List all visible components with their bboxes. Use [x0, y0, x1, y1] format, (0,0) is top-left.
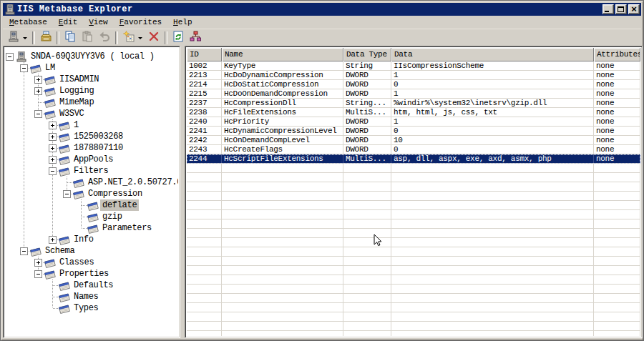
table-row[interactable]: 2244HcScriptFileExtensionsMultiS...asp, …	[187, 154, 640, 164]
tree-node-label[interactable]: Schema	[43, 245, 77, 257]
tree-collapse-toggle[interactable]	[20, 64, 28, 72]
table-row[interactable]: 2237HcCompressionDllString...%windir%\sy…	[187, 99, 640, 108]
tree-node-iisadmin[interactable]: IISADMIN	[5, 74, 178, 85]
tree-node-label[interactable]: deflate	[100, 199, 139, 211]
tree-node-label[interactable]: 1878807110	[72, 142, 125, 154]
tree-node-parameters[interactable]: Parameters	[5, 222, 178, 234]
close-button[interactable]	[628, 4, 640, 14]
tree-node-apppools[interactable]: AppPools	[5, 154, 178, 165]
table-row[interactable]: 2240HcPriorityDWORD1none	[187, 117, 640, 127]
tree-node-label[interactable]: SNDA-69Q3UYY3V6 ( local )	[29, 51, 157, 62]
tree-expand-toggle[interactable]	[34, 259, 42, 267]
menu-item-view[interactable]: View	[83, 17, 113, 27]
tree-node-snda-69q3uyy3v6-local[interactable]: SNDA-69Q3UYY3V6 ( local )	[5, 51, 178, 62]
tree-node-label[interactable]: IISADMIN	[57, 74, 101, 85]
tree-node-names[interactable]: Names	[5, 291, 178, 302]
column-header-id[interactable]: ID	[187, 48, 222, 61]
column-header-data-type[interactable]: Data Type	[343, 48, 391, 61]
tree-node-mimemap[interactable]: MimeMap	[5, 97, 178, 108]
tree-node-label[interactable]: MimeMap	[57, 97, 96, 108]
minimize-button[interactable]	[602, 4, 614, 14]
menu-item-help[interactable]: Help	[167, 17, 197, 27]
connect-server-button[interactable]	[5, 30, 22, 46]
tree-collapse-toggle[interactable]	[20, 247, 28, 255]
tree-expand-toggle[interactable]	[49, 144, 57, 152]
table-row[interactable]: 1002KeyTypeStringIIsCompressionSchemenon…	[187, 61, 640, 71]
tree-collapse-toggle[interactable]	[6, 53, 14, 61]
tree-node-defaults[interactable]: Defaults	[5, 280, 178, 291]
tree-node-label[interactable]: gzip	[100, 211, 125, 222]
tree-node-properties[interactable]: Properties	[5, 268, 178, 280]
table-cell: HcCreateFlags	[222, 145, 343, 154]
column-header-attributes[interactable]: Attributes	[594, 48, 640, 61]
tree-expand-toggle[interactable]	[49, 133, 57, 141]
tree-node-label[interactable]: Defaults	[72, 280, 115, 291]
empty-cell	[343, 192, 391, 200]
dropdown-arrow-icon[interactable]	[138, 37, 142, 39]
tree-node-info[interactable]: Info	[5, 234, 178, 245]
table-cell: 2240	[187, 117, 222, 126]
tree-node-label[interactable]: Compression	[86, 188, 145, 199]
tree-node-filters[interactable]: Filters	[5, 165, 178, 177]
tree-node-1878807110[interactable]: 1878807110	[5, 142, 178, 154]
table-row[interactable]: 2238HcFileExtensionsMultiS...htm, html, …	[187, 108, 640, 117]
tree-node-label[interactable]: 1525003268	[72, 131, 125, 142]
tree-node-label[interactable]: ASP.NET_2.0.50727.0	[86, 177, 178, 188]
tree-node-label[interactable]: AppPools	[72, 154, 115, 165]
tree-node-deflate[interactable]: deflate	[5, 199, 178, 211]
menu-item-favorites[interactable]: Favorites	[114, 17, 167, 27]
tree-node-lm[interactable]: LM	[5, 62, 178, 74]
tree-node-w3svc[interactable]: W3SVC	[5, 108, 178, 119]
tree-node-1[interactable]: 1	[5, 119, 178, 131]
tree-node-1525003268[interactable]: 1525003268	[5, 131, 178, 142]
table-row[interactable]: 2242HcOnDemandCompLevelDWORD10none	[187, 136, 640, 145]
table-row[interactable]: 2214HcDoStaticCompressionDWORD0none	[187, 80, 640, 89]
maximize-button[interactable]	[615, 4, 627, 14]
copy-button[interactable]	[62, 30, 79, 46]
tree-expand-toggle[interactable]	[49, 236, 57, 244]
tree-node-label[interactable]: Info	[72, 234, 96, 245]
table-cell: none	[594, 89, 640, 98]
tree-node-label[interactable]: W3SVC	[57, 108, 87, 119]
tree-collapse-toggle[interactable]	[34, 110, 42, 118]
view-hierarchy-button[interactable]	[187, 30, 204, 46]
title-bar[interactable]: IIS Metabase Explorer	[3, 3, 641, 16]
tree-node-label[interactable]: LM	[43, 62, 57, 74]
dropdown-arrow-icon[interactable]	[23, 37, 27, 39]
table-cell: DWORD	[343, 71, 391, 79]
menu-item-metabase[interactable]: Metabase	[4, 17, 53, 27]
tree-node-schema[interactable]: Schema	[5, 245, 178, 257]
new-record-button[interactable]	[120, 30, 137, 46]
tree-node-label[interactable]: Types	[72, 302, 101, 314]
tree-node-asp-net-2-0-50727-0[interactable]: ASP.NET_2.0.50727.0	[5, 177, 178, 188]
tree-collapse-toggle[interactable]	[63, 190, 71, 198]
tree-expand-toggle[interactable]	[34, 76, 42, 84]
tree-collapse-toggle[interactable]	[34, 270, 42, 278]
tree-node-label[interactable]: Names	[72, 291, 101, 302]
tree-node-types[interactable]: Types	[5, 302, 178, 314]
tree-node-compression[interactable]: Compression	[5, 188, 178, 199]
delete-button[interactable]	[145, 30, 162, 46]
tree-node-label[interactable]: Properties	[57, 268, 111, 280]
column-header-name[interactable]: Name	[222, 48, 343, 61]
table-row[interactable]: 2213HcDoDynamicCompressionDWORD1none	[187, 71, 640, 80]
tree-node-classes[interactable]: Classes	[5, 257, 178, 268]
menu-item-edit[interactable]: Edit	[53, 17, 83, 27]
tree-node-label[interactable]: Classes	[57, 257, 96, 268]
tree-expand-toggle[interactable]	[49, 156, 57, 164]
table-row[interactable]: 2241HcDynamicCompressionLevelDWORD0none	[187, 127, 640, 136]
column-header-data[interactable]: Data	[391, 48, 594, 61]
table-row[interactable]: 2243HcCreateFlagsDWORD0none	[187, 145, 640, 154]
tree-collapse-toggle[interactable]	[49, 167, 57, 175]
print-export-button[interactable]	[37, 30, 54, 46]
tree-node-label[interactable]: Filters	[72, 165, 110, 177]
tree-node-label[interactable]: Logging	[57, 85, 96, 97]
tree-expand-toggle[interactable]	[34, 87, 42, 95]
tree-node-label[interactable]: 1	[72, 119, 81, 131]
tree-node-label[interactable]: Parameters	[100, 222, 154, 234]
tree-expand-toggle[interactable]	[49, 122, 57, 129]
refresh-button[interactable]	[170, 30, 187, 46]
tree-node-gzip[interactable]: gzip	[5, 211, 178, 222]
tree-node-logging[interactable]: Logging	[5, 85, 178, 97]
table-row[interactable]: 2215HcDoOnDemandCompressionDWORD1none	[187, 89, 640, 99]
